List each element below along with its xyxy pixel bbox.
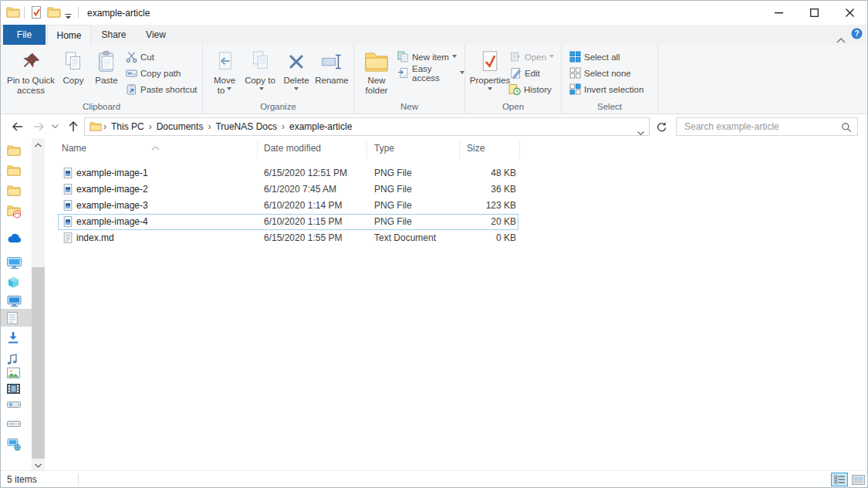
search-icon[interactable] xyxy=(841,122,852,136)
pin-to-quick-access-button[interactable]: Pin to Quick access xyxy=(5,48,56,96)
paste-icon xyxy=(95,48,118,76)
back-button[interactable] xyxy=(7,117,27,136)
network-icon[interactable] xyxy=(7,438,21,454)
copy-path-button[interactable]: Copy path xyxy=(126,66,181,81)
copy-to-icon xyxy=(248,48,272,76)
copy-to-button[interactable]: Copy to xyxy=(243,48,277,96)
column-divider[interactable] xyxy=(366,141,367,158)
quick-access-folder-icon[interactable] xyxy=(7,185,21,200)
scroll-up-icon[interactable] xyxy=(32,138,45,151)
easy-access-icon xyxy=(397,67,409,80)
invert-selection-button[interactable]: Invert selection xyxy=(569,82,643,97)
pictures-icon[interactable] xyxy=(7,368,20,381)
properties-button[interactable]: Properties xyxy=(471,48,508,93)
onedrive-icon[interactable] xyxy=(7,232,22,246)
copy-button[interactable]: Copy xyxy=(58,48,89,86)
file-row[interactable]: example-image-2 6/1/2020 7:45 AM PNG Fil… xyxy=(45,181,868,198)
breadcrumb-example-article[interactable]: example-article xyxy=(285,118,356,135)
status-bar: 5 items xyxy=(1,470,867,487)
search-input[interactable] xyxy=(683,119,837,134)
local-disk-icon[interactable] xyxy=(7,398,21,412)
thumbnail-view-button[interactable] xyxy=(849,473,866,486)
explorer-window: example-article File Home Share View ? xyxy=(0,0,868,488)
qat-customize-icon[interactable] xyxy=(65,9,72,23)
app-folder-icon xyxy=(6,6,20,22)
titlebar-separator xyxy=(78,7,79,19)
address-toolbar: This PC Documents TrueNAS Docs example-a… xyxy=(1,115,867,138)
details-view-button[interactable] xyxy=(831,473,848,486)
cut-button[interactable]: Cut xyxy=(126,49,154,65)
forward-button[interactable] xyxy=(29,117,49,136)
history-button[interactable]: History xyxy=(508,82,552,97)
easy-access-button[interactable]: Easy access xyxy=(397,66,464,81)
address-dropdown-caret-icon[interactable] xyxy=(637,125,644,139)
tab-share[interactable]: Share xyxy=(93,25,135,45)
quick-access-folder-icon[interactable] xyxy=(7,164,21,180)
creative-cloud-folder-icon[interactable] xyxy=(7,205,22,222)
new-item-dropdown-caret-icon xyxy=(452,55,457,60)
main-area: Name Date modified Type Size example-ima… xyxy=(1,138,867,472)
ribbon: Pin to Quick access Copy Paste Cut C xyxy=(1,45,867,114)
tab-home[interactable]: Home xyxy=(47,25,91,45)
refresh-button[interactable] xyxy=(652,117,669,136)
column-header-type[interactable]: Type xyxy=(374,143,394,154)
tab-file[interactable]: File xyxy=(3,25,46,45)
group-label-new: New xyxy=(354,102,464,111)
up-button[interactable] xyxy=(64,117,83,136)
minimize-button[interactable] xyxy=(761,1,796,25)
music-icon[interactable] xyxy=(7,353,18,368)
quick-access-folder-icon[interactable] xyxy=(7,144,21,160)
select-none-button[interactable]: Select none xyxy=(569,66,631,81)
column-header-size[interactable]: Size xyxy=(467,143,485,154)
rename-button[interactable]: Rename xyxy=(313,48,350,86)
videos-icon[interactable] xyxy=(7,383,20,397)
column-header-date-modified[interactable]: Date modified xyxy=(264,143,321,154)
paste-shortcut-button[interactable]: Paste shortcut xyxy=(126,82,198,97)
png-file-icon xyxy=(62,215,73,231)
navpane-scrollbar-thumb[interactable] xyxy=(32,267,45,459)
properties-dropdown-caret-icon xyxy=(488,87,492,93)
new-folder-button[interactable]: New folder xyxy=(359,48,394,96)
item-count: 5 items xyxy=(7,474,37,485)
select-all-button[interactable]: Select all xyxy=(569,49,620,65)
tab-view[interactable]: View xyxy=(137,25,175,45)
ribbon-group-select: Select all Select none Invert selection … xyxy=(562,45,658,114)
3d-objects-icon[interactable] xyxy=(7,276,20,292)
navpane-scrollbar[interactable] xyxy=(32,138,45,472)
column-divider[interactable] xyxy=(459,141,460,158)
move-to-button[interactable]: Move to xyxy=(208,48,241,96)
recent-locations-caret-icon[interactable] xyxy=(49,117,61,136)
disk-drive-icon[interactable] xyxy=(7,418,21,432)
delete-button[interactable]: Delete xyxy=(279,48,313,93)
file-row-selected[interactable]: example-image-4 6/10/2020 1:15 PM PNG Fi… xyxy=(45,214,868,230)
copy-icon xyxy=(62,48,85,76)
maximize-button[interactable] xyxy=(796,1,832,25)
delete-dropdown-caret-icon xyxy=(294,87,299,93)
close-button[interactable] xyxy=(832,1,867,25)
help-icon[interactable]: ? xyxy=(851,28,863,42)
desktop-icon[interactable] xyxy=(7,295,22,310)
column-divider[interactable] xyxy=(257,141,258,158)
breadcrumb-this-pc[interactable]: This PC xyxy=(106,118,149,135)
new-item-button[interactable]: New item xyxy=(397,49,457,65)
breadcrumb-documents[interactable]: Documents xyxy=(152,118,208,135)
cut-icon xyxy=(126,51,137,64)
breadcrumb-truenas-docs[interactable]: TrueNAS Docs xyxy=(211,118,282,135)
paste-button[interactable]: Paste xyxy=(90,48,123,86)
downloads-icon[interactable] xyxy=(7,331,19,347)
group-label-open: Open xyxy=(465,102,561,111)
file-row[interactable]: example-image-1 6/15/2020 12:51 PM PNG F… xyxy=(45,165,868,181)
column-divider[interactable] xyxy=(519,141,520,158)
qat-properties-icon[interactable] xyxy=(30,5,42,22)
file-row[interactable]: example-image-3 6/10/2020 1:14 PM PNG Fi… xyxy=(45,198,868,214)
column-header-name[interactable]: Name xyxy=(62,143,86,154)
qat-new-folder-icon[interactable] xyxy=(47,6,61,22)
documents-icon[interactable] xyxy=(7,312,18,327)
easy-access-dropdown-caret-icon xyxy=(460,71,464,76)
edit-button[interactable]: Edit xyxy=(510,66,540,81)
file-row[interactable]: index.md 6/15/2020 1:55 PM Text Document… xyxy=(45,230,868,246)
open-button[interactable]: Open xyxy=(510,49,554,65)
address-bar[interactable]: This PC Documents TrueNAS Docs example-a… xyxy=(84,117,650,136)
this-pc-icon[interactable] xyxy=(7,256,22,273)
rename-icon xyxy=(320,48,343,76)
